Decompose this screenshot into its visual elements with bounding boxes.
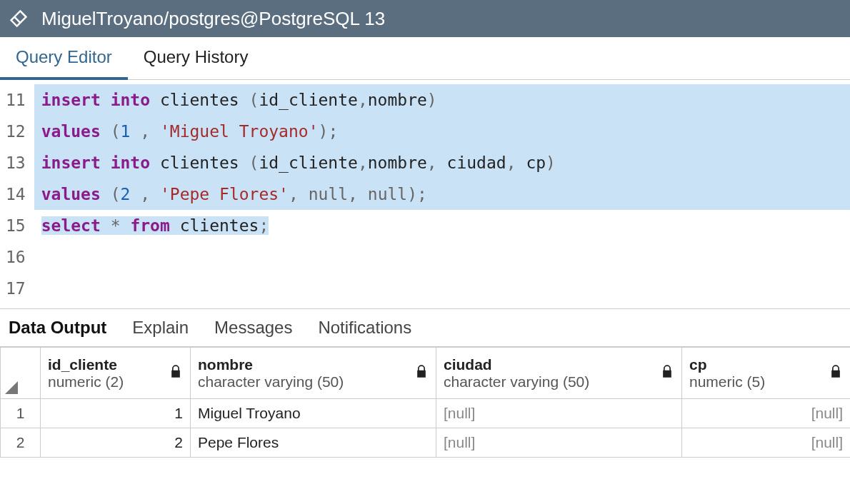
column-header[interactable]: nombrecharacter varying (50)	[191, 348, 436, 399]
lock-icon	[414, 364, 429, 382]
titlebar: MiguelTroyano/postgres@PostgreSQL 13	[0, 0, 850, 37]
line-number: 16	[6, 241, 26, 273]
code-area[interactable]: insert into clientes (id_cliente,nombre)…	[34, 80, 850, 308]
column-type: numeric (2)	[48, 373, 183, 390]
titlebar-title: MiguelTroyano/postgres@PostgreSQL 13	[41, 8, 385, 30]
line-number: 15	[6, 210, 26, 241]
data-cell[interactable]: [null]	[682, 428, 851, 458]
data-cell[interactable]: Miguel Troyano	[191, 399, 436, 428]
lock-icon	[829, 364, 843, 382]
column-name: ciudad	[444, 356, 674, 373]
code-line[interactable]: insert into clientes (id_cliente,nombre,…	[34, 147, 850, 178]
line-gutter: 11121314151617	[0, 80, 34, 308]
table-row[interactable]: 11Miguel Troyano[null][null]	[1, 399, 851, 428]
code-line[interactable]: values (2 , 'Pepe Flores', null, null);	[34, 178, 850, 210]
data-cell[interactable]: 1	[41, 399, 191, 428]
output-tabs: Data Output Explain Messages Notificatio…	[0, 308, 850, 347]
triangle-icon	[5, 381, 18, 394]
lock-icon	[660, 364, 674, 382]
tab-data-output[interactable]: Data Output	[0, 309, 124, 346]
data-cell[interactable]: [null]	[682, 399, 851, 428]
column-header[interactable]: id_clientenumeric (2)	[41, 348, 191, 399]
column-name: cp	[689, 356, 843, 373]
code-line[interactable]: select * from clientes;	[34, 210, 850, 241]
tab-query-history[interactable]: Query History	[128, 37, 264, 79]
query-tool-icon	[9, 9, 29, 29]
line-number: 11	[6, 84, 26, 116]
code-line[interactable]: insert into clientes (id_cliente,nombre)	[34, 84, 850, 116]
sql-editor[interactable]: 11121314151617 insert into clientes (id_…	[0, 80, 850, 308]
tab-explain[interactable]: Explain	[124, 309, 206, 346]
table-row[interactable]: 22Pepe Flores[null][null]	[1, 428, 851, 458]
column-type: character varying (50)	[444, 373, 674, 390]
tab-query-editor[interactable]: Query Editor	[0, 37, 128, 80]
line-number: 17	[6, 273, 26, 304]
row-number-cell[interactable]: 1	[1, 399, 41, 428]
data-cell[interactable]: Pepe Flores	[191, 428, 436, 458]
line-number: 13	[6, 147, 26, 178]
code-line[interactable]: values (1 , 'Miguel Troyano');	[34, 116, 850, 147]
results-grid[interactable]: id_clientenumeric (2)nombrecharacter var…	[0, 347, 850, 458]
column-type: numeric (5)	[689, 373, 843, 390]
column-header[interactable]: ciudadcharacter varying (50)	[436, 348, 682, 399]
lock-icon	[169, 364, 183, 382]
data-cell[interactable]: [null]	[436, 399, 682, 428]
tab-messages[interactable]: Messages	[206, 309, 309, 346]
data-cell[interactable]: 2	[41, 428, 191, 458]
data-cell[interactable]: [null]	[436, 428, 682, 458]
line-number: 14	[6, 178, 26, 210]
tab-notifications[interactable]: Notifications	[309, 309, 429, 346]
column-name: nombre	[198, 356, 429, 373]
editor-tabs: Query Editor Query History	[0, 37, 850, 80]
column-type: character varying (50)	[198, 373, 429, 390]
row-number-cell[interactable]: 2	[1, 428, 41, 458]
column-header[interactable]: cpnumeric (5)	[682, 348, 851, 399]
row-number-header[interactable]	[1, 348, 41, 399]
line-number: 12	[6, 116, 26, 147]
column-name: id_cliente	[48, 356, 183, 373]
